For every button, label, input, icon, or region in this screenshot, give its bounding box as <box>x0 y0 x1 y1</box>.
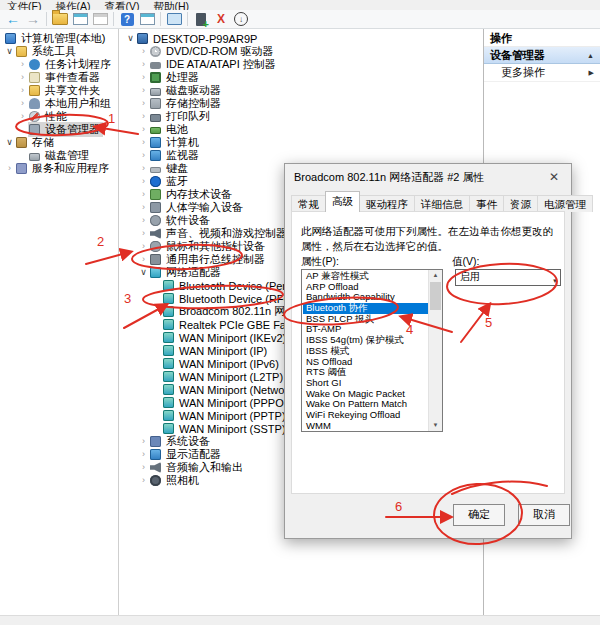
ok-button[interactable]: 确定 <box>453 504 505 526</box>
chevron-collapsed-icon[interactable]: › <box>138 228 149 239</box>
property-item-8[interactable]: NS Offload <box>303 357 428 368</box>
menu-item-1[interactable]: 操作(A) <box>48 0 97 10</box>
sysdev-icon <box>150 436 161 447</box>
chevron-collapsed-icon[interactable]: › <box>138 449 149 460</box>
chevron-collapsed-icon[interactable]: › <box>138 85 149 96</box>
property-item-1[interactable]: ARP Offload <box>303 282 428 293</box>
collapse-group-icon[interactable]: ▲ <box>587 52 594 59</box>
nic-icon <box>163 319 174 330</box>
close-icon[interactable]: ✕ <box>546 170 562 184</box>
chevron-collapsed-icon[interactable]: › <box>138 137 149 148</box>
scrollbar-thumb[interactable] <box>430 282 441 310</box>
menu-item-2[interactable]: 查看(V) <box>97 0 146 10</box>
scan-hardware-changes-icon[interactable] <box>191 11 211 28</box>
chevron-collapsed-icon[interactable]: › <box>138 189 149 200</box>
chevron-collapsed-icon[interactable]: › <box>138 72 149 83</box>
chevron-expanded-icon[interactable]: ∨ <box>4 46 15 57</box>
help-icon[interactable]: ? <box>117 11 137 28</box>
system-tools-icon <box>16 46 27 57</box>
chevron-collapsed-icon[interactable]: › <box>138 462 149 473</box>
chevron-collapsed-icon[interactable]: › <box>4 163 15 174</box>
remote-computer-icon[interactable] <box>164 11 184 28</box>
tab-1[interactable]: 高级 <box>325 191 360 212</box>
property-item-13[interactable]: WiFi Rekeying Offload <box>303 410 428 421</box>
chevron-collapsed-icon[interactable]: › <box>17 85 28 96</box>
listbox-scrollbar[interactable]: ▲ ▼ <box>428 270 442 431</box>
chevron-collapsed-icon[interactable]: › <box>138 241 149 252</box>
scroll-up-icon[interactable]: ▲ <box>429 270 442 281</box>
property-item-5[interactable]: BT-AMP <box>303 324 428 335</box>
chevron-down-icon[interactable]: ▼ <box>552 274 558 288</box>
property-item-9[interactable]: RTS 阈值 <box>303 367 428 378</box>
property-item-4[interactable]: BSS PLCP 报头 <box>303 314 428 325</box>
status-strip <box>0 615 600 625</box>
disable-device-icon[interactable]: ↓ <box>231 11 251 28</box>
chevron-collapsed-icon[interactable]: › <box>138 475 149 486</box>
tab-2[interactable]: 驱动程序 <box>359 195 415 212</box>
tab-4[interactable]: 事件 <box>469 195 504 212</box>
ide-icon <box>150 62 161 69</box>
chevron-collapsed-icon[interactable]: › <box>17 72 28 83</box>
chevron-collapsed-icon[interactable]: › <box>17 59 28 70</box>
chevron-collapsed-icon[interactable]: › <box>138 150 149 161</box>
property-item-7[interactable]: IBSS 模式 <box>303 346 428 357</box>
property-item-11[interactable]: Wake On Magic Packet <box>303 389 428 400</box>
tree-item-content: WAN Miniport (IP) <box>162 345 270 357</box>
scroll-down-icon[interactable]: ▼ <box>429 420 442 431</box>
console-window-icon[interactable] <box>70 11 90 28</box>
chevron-collapsed-icon[interactable]: › <box>138 163 149 174</box>
chevron-collapsed-icon[interactable]: › <box>138 202 149 213</box>
chevron-expanded-icon[interactable]: ∨ <box>125 33 136 44</box>
action-pane-icon[interactable] <box>137 11 157 28</box>
chevron-collapsed-icon[interactable]: › <box>138 111 149 122</box>
property-listbox[interactable]: AP 兼容性模式ARP OffloadBandwidth CapabilityB… <box>301 269 443 432</box>
camera-icon <box>150 475 161 486</box>
chevron-collapsed-icon[interactable]: › <box>138 436 149 447</box>
uninstall-device-icon[interactable]: X <box>211 11 231 28</box>
tab-5[interactable]: 资源 <box>503 195 538 212</box>
properties-window-icon[interactable] <box>90 11 110 28</box>
chevron-expanded-icon[interactable]: ∨ <box>4 137 15 148</box>
users-groups-icon <box>29 98 40 109</box>
menu-item-0[interactable]: 文件(F) <box>0 0 48 10</box>
property-item-2[interactable]: Bandwidth Capability <box>303 292 428 303</box>
chevron-collapsed-icon[interactable]: › <box>138 215 149 226</box>
sound-icon <box>150 228 161 239</box>
more-actions-item[interactable]: 更多操作 ▶ <box>484 64 600 82</box>
chevron-collapsed-icon[interactable]: › <box>138 176 149 187</box>
tab-6[interactable]: 电源管理 <box>537 195 593 212</box>
tree-item-label: WAN Miniport (IKEv2) <box>178 332 286 344</box>
property-item-6[interactable]: IBSS 54g(tm) 保护模式 <box>303 335 428 346</box>
chevron-collapsed-icon[interactable]: › <box>138 124 149 135</box>
tab-3[interactable]: 详细信息 <box>414 195 470 212</box>
chevron-collapsed-icon[interactable]: › <box>17 98 28 109</box>
menu-item-3[interactable]: 帮助(H) <box>146 0 196 10</box>
mouse-icon <box>150 241 161 252</box>
actions-group-device-manager[interactable]: 设备管理器 ▲ <box>484 47 600 64</box>
chevron-collapsed-icon[interactable]: › <box>138 59 149 70</box>
property-item-12[interactable]: Wake On Pattern Match <box>303 399 428 410</box>
cancel-button[interactable]: 取消 <box>518 504 570 526</box>
nic-icon <box>163 293 174 304</box>
property-item-10[interactable]: Short GI <box>303 378 428 389</box>
actions-panel-title: 操作 <box>484 29 600 47</box>
dialog-titlebar[interactable]: Broadcom 802.11n 网络适配器 #2 属性 ✕ <box>285 164 571 190</box>
tree-item-content: WAN Miniport (PPTP) <box>162 410 289 422</box>
back-icon[interactable]: ← <box>3 11 23 28</box>
chevron-collapsed-icon[interactable]: › <box>138 98 149 109</box>
show-console-tree-icon[interactable] <box>50 11 70 28</box>
tab-0[interactable]: 常规 <box>291 195 326 212</box>
chevron-collapsed-icon[interactable]: › <box>17 111 28 122</box>
tree-item-label: DESKTOP-P99AR9P <box>152 33 257 45</box>
property-item-0[interactable]: AP 兼容性模式 <box>303 271 428 282</box>
chevron-collapsed-icon[interactable]: › <box>138 46 149 57</box>
toolbar: ←→?X↓ <box>0 10 600 29</box>
chevron-expanded-icon[interactable]: ∨ <box>138 267 149 278</box>
property-item-bluetooth-collaboration[interactable]: Bluetooth 协作 <box>303 303 428 314</box>
value-combobox[interactable]: 启用 ▼ <box>455 269 561 286</box>
event-viewer-icon <box>29 72 40 83</box>
property-item-14[interactable]: WMM <box>303 421 428 430</box>
forward-icon[interactable]: → <box>23 11 43 28</box>
chevron-collapsed-icon[interactable]: › <box>138 254 149 265</box>
tree-item-services-applications[interactable]: ›服务和应用程序 <box>0 162 118 175</box>
